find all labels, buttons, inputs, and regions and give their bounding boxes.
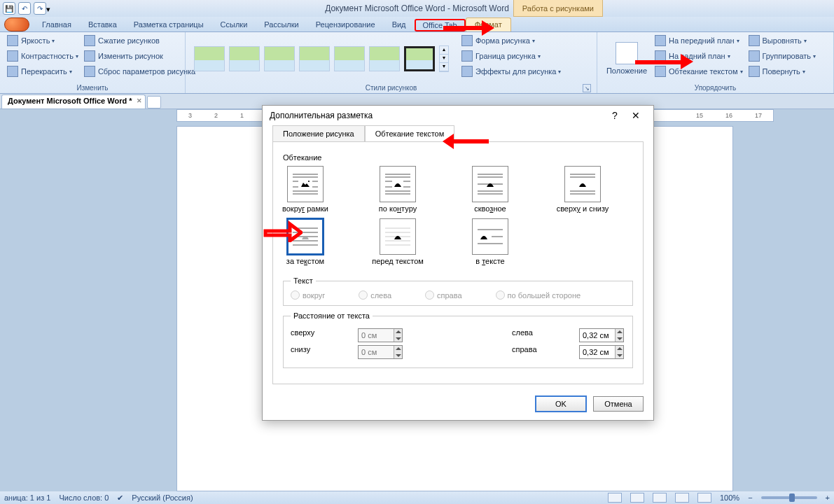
radio-right: справа [425, 290, 462, 300]
tab-home[interactable]: Главная [34, 18, 80, 31]
group-label-adjust: Изменить [4, 83, 181, 93]
rotate-button[interactable]: Повернуть▾ [746, 64, 819, 78]
brightness-button[interactable]: Яркость▾ [4, 34, 81, 48]
align-button[interactable]: Выровнять▾ [746, 34, 819, 48]
group-button[interactable]: Группировать▾ [746, 49, 819, 63]
office-orb[interactable] [4, 18, 29, 31]
dialog-launcher[interactable]: ↘ [583, 84, 591, 92]
style-thumb-selected[interactable] [404, 46, 435, 71]
contrast-button[interactable]: Контрастность▾ [4, 49, 81, 63]
chevron-down-icon: ▾ [532, 38, 535, 44]
tab-mailings[interactable]: Рассылки [256, 18, 307, 31]
shape-icon [461, 35, 473, 46]
wrap-option-front[interactable]: перед текстом [375, 218, 420, 265]
align-icon [749, 35, 760, 46]
picture-shape-button[interactable]: Форма рисунка▾ [459, 34, 564, 48]
gallery-scroll[interactable]: ▴▾▾ [439, 46, 449, 72]
compress-icon [84, 35, 95, 46]
reset-picture-button[interactable]: Сброс параметров рисунка [81, 64, 198, 78]
tab-view[interactable]: Вид [384, 18, 415, 31]
chevron-down-icon: ▾ [737, 38, 739, 44]
style-thumb[interactable] [299, 46, 330, 71]
chevron-down-icon: ▾ [728, 53, 730, 59]
view-full-screen[interactable] [630, 493, 644, 503]
dialog-tab-position[interactable]: Положение рисунка [272, 125, 365, 142]
view-outline[interactable] [675, 493, 689, 503]
rotate-icon [749, 66, 760, 77]
new-document-tab[interactable] [147, 96, 161, 108]
wrap-option-behind[interactable]: за текстом [283, 218, 328, 265]
style-thumb[interactable] [194, 46, 225, 71]
radio-around: вокруг [291, 290, 325, 300]
tab-review[interactable]: Рецензирование [307, 18, 384, 31]
position-icon [616, 42, 638, 64]
spin-right[interactable]: 0,32 см [579, 345, 624, 359]
spin-top: 0 см [358, 328, 403, 342]
bring-front-button[interactable]: На передний план▾ [652, 34, 746, 48]
status-words[interactable]: Число слов: 0 [59, 493, 109, 502]
tab-insert[interactable]: Вставка [80, 18, 125, 31]
radio-left: слева [359, 290, 391, 300]
style-thumb[interactable] [369, 46, 400, 71]
label-left: слева [512, 328, 545, 342]
dialog-tab-wrapping[interactable]: Обтекание текстом [365, 125, 455, 142]
compress-button[interactable]: Сжатие рисунков [81, 34, 198, 48]
style-thumb[interactable] [264, 46, 295, 71]
wrap-option-inline[interactable]: в тексте [468, 218, 513, 265]
tab-references[interactable]: Ссылки [212, 18, 256, 31]
section-wrapping: Обтекание [283, 153, 633, 162]
wrap-option-through[interactable]: сквозное [468, 166, 513, 213]
view-print-layout[interactable] [608, 493, 622, 503]
view-web-layout[interactable] [653, 493, 667, 503]
save-button[interactable]: 💾 [3, 2, 15, 15]
spellcheck-icon[interactable]: ✔ [117, 493, 123, 503]
contrast-icon [7, 50, 18, 62]
recolor-icon [7, 66, 18, 77]
ok-button[interactable]: OK [536, 396, 586, 412]
label-top: сверху [291, 328, 324, 342]
status-page[interactable]: аница: 1 из 1 [4, 493, 50, 502]
dialog-help-button[interactable]: ? [604, 110, 625, 121]
close-tab-icon[interactable]: ✕ [137, 97, 142, 104]
picture-border-button[interactable]: Граница рисунка▾ [459, 49, 564, 63]
group-label-styles: Стили рисунков↘ [190, 83, 592, 93]
cancel-button[interactable]: Отмена [593, 396, 644, 412]
window-title: Документ Microsoft Office Word - Microso… [0, 4, 834, 13]
chevron-down-icon: ▾ [52, 38, 55, 44]
dialog-close-button[interactable]: ✕ [625, 110, 646, 121]
wrap-option-square[interactable]: вокруг рамки [283, 166, 328, 213]
zoom-slider[interactable] [761, 496, 817, 499]
picture-effects-button[interactable]: Эффекты для рисунка▾ [459, 64, 564, 78]
status-zoom[interactable]: 100% [720, 493, 739, 502]
picture-styles-gallery[interactable]: ▴▾▾ [190, 34, 453, 83]
spin-left[interactable]: 0,32 см [579, 328, 624, 342]
chevron-down-icon: ▾ [813, 53, 816, 59]
tab-office-tab[interactable]: Office Tab [415, 19, 466, 31]
chevron-down-icon: ▾ [76, 53, 78, 59]
document-tab[interactable]: Документ Microsoft Office Word *✕ [1, 94, 146, 108]
zoom-in-button[interactable]: + [826, 493, 830, 502]
wrap-option-topbottom[interactable]: сверху и снизу [560, 166, 605, 213]
undo-button[interactable]: ↶ [18, 2, 31, 15]
label-right: справа [512, 345, 545, 359]
send-back-button[interactable]: На задний план▾ [652, 49, 746, 63]
recolor-button[interactable]: Перекрасить▾ [4, 64, 81, 78]
view-draft[interactable] [697, 493, 711, 503]
tab-page-layout[interactable]: Разметка страницы [125, 18, 212, 31]
zoom-out-button[interactable]: − [748, 493, 752, 502]
wrap-text-icon [655, 66, 666, 77]
change-picture-button[interactable]: Изменить рисунок [81, 49, 198, 63]
wrap-text-button[interactable]: Обтекание текстом▾ [652, 64, 746, 78]
style-thumb[interactable] [229, 46, 260, 71]
bring-front-icon [655, 35, 666, 46]
position-button[interactable]: Положение [602, 34, 652, 83]
radio-largest: по большей стороне [496, 290, 581, 300]
wrap-option-tight[interactable]: по контуру [375, 166, 420, 213]
style-thumb[interactable] [334, 46, 365, 71]
tab-format[interactable]: Формат [466, 18, 511, 31]
qat-more-icon[interactable]: ▾ [46, 5, 51, 13]
status-language[interactable]: Русский (Россия) [132, 493, 193, 502]
label-bottom: снизу [291, 345, 324, 359]
chevron-down-icon: ▾ [558, 69, 561, 75]
redo-button[interactable]: ↷ [34, 2, 46, 15]
